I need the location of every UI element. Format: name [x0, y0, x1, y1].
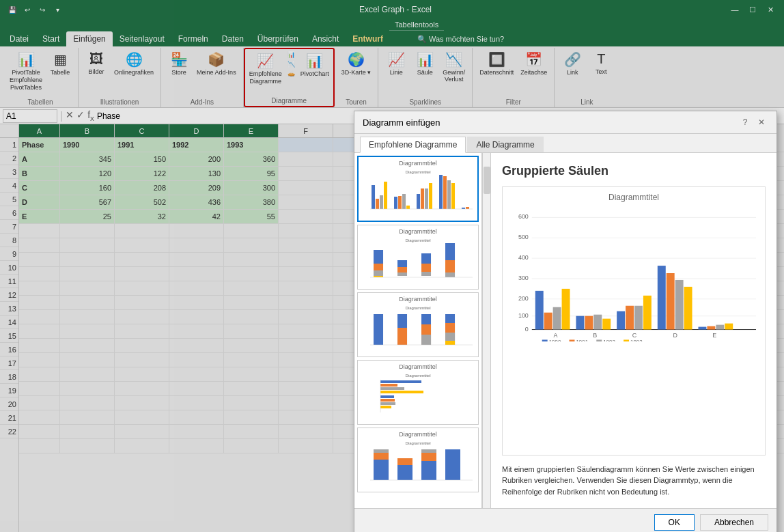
svg-text:100: 100 — [518, 312, 529, 319]
svg-rect-83 — [544, 313, 552, 330]
svg-rect-3 — [380, 195, 383, 209]
svg-rect-95 — [643, 296, 652, 330]
svg-rect-45 — [445, 341, 455, 345]
svg-rect-26 — [397, 267, 407, 272]
svg-rect-62 — [397, 458, 412, 465]
svg-rect-23 — [374, 270, 383, 276]
cancel-button[interactable]: Abbrechen — [700, 514, 768, 531]
svg-rect-88 — [585, 316, 593, 330]
svg-rect-97 — [658, 266, 666, 329]
svg-rect-8 — [406, 206, 410, 209]
svg-rect-12 — [429, 183, 432, 209]
svg-rect-5 — [394, 197, 397, 209]
dialog-controls: ? ✕ — [738, 115, 768, 129]
svg-rect-113 — [624, 339, 629, 341]
svg-text:600: 600 — [518, 213, 529, 220]
svg-text:Diagrammtitel: Diagrammtitel — [406, 238, 431, 242]
svg-rect-55 — [380, 406, 391, 408]
thumbnail-100-stacked[interactable]: Diagrammtitel Diagrammtitel — [357, 292, 479, 357]
svg-text:B: B — [593, 332, 597, 339]
svg-text:1992: 1992 — [603, 339, 615, 341]
thumbnail-horizontal-bars[interactable]: Diagrammtitel Diagrammtitel — [357, 360, 479, 425]
svg-rect-53 — [380, 399, 395, 402]
ok-button[interactable]: OK — [654, 514, 695, 531]
dialog-tabs: Empfohlene Diagramme Alle Diagramme — [354, 134, 776, 153]
thumbnail-stacked-vertical[interactable]: Diagrammtitel Diagrammtitel — [357, 428, 479, 492]
svg-rect-7 — [402, 194, 406, 209]
svg-rect-94 — [634, 306, 643, 330]
thumbnails-panel[interactable]: Diagrammtitel Diagrammtitel — [354, 153, 482, 508]
insert-chart-dialog: Diagramm einfügen ? ✕ Empfohlene Diagram… — [354, 111, 777, 532]
svg-rect-102 — [698, 327, 706, 330]
chart-type-title: Gruppierte Säulen — [502, 164, 766, 178]
svg-rect-107 — [542, 339, 548, 341]
dialog-title: Diagramm einfügen — [363, 117, 440, 128]
svg-rect-48 — [380, 380, 421, 383]
svg-rect-25 — [397, 260, 407, 267]
svg-text:E: E — [712, 332, 716, 339]
svg-rect-54 — [380, 402, 395, 405]
svg-rect-64 — [421, 453, 436, 461]
svg-rect-104 — [716, 325, 724, 330]
scrollbar-thumb[interactable] — [484, 167, 490, 194]
svg-rect-18 — [466, 207, 469, 209]
svg-text:Diagrammtitel: Diagrammtitel — [406, 170, 431, 174]
svg-rect-103 — [707, 326, 715, 330]
thumb-chart-1: Diagrammtitel — [361, 168, 475, 216]
svg-text:A: A — [554, 332, 558, 339]
thumb-chart-4: Diagrammtitel — [361, 372, 475, 419]
svg-rect-90 — [602, 319, 611, 330]
tab-empfohlene-diagramme[interactable]: Empfohlene Diagramme — [360, 137, 466, 153]
thumb-title-1: Diagrammtitel — [361, 160, 475, 167]
thumbnail-grouped-column[interactable]: Diagrammtitel Diagrammtitel — [357, 156, 479, 222]
svg-rect-9 — [417, 194, 420, 209]
svg-rect-29 — [421, 264, 431, 272]
svg-rect-100 — [684, 287, 692, 330]
svg-rect-28 — [421, 253, 431, 264]
svg-rect-66 — [445, 449, 460, 480]
svg-rect-63 — [421, 461, 436, 480]
svg-rect-58 — [374, 460, 389, 480]
tab-alle-diagramme[interactable]: Alle Diagramme — [467, 137, 543, 152]
svg-rect-50 — [380, 387, 404, 390]
chart-description: Mit einem gruppierten Säulendiagramm kön… — [502, 464, 766, 498]
svg-rect-33 — [445, 272, 455, 277]
thumb-chart-2: Diagrammtitel — [361, 236, 475, 284]
svg-text:1991: 1991 — [576, 339, 588, 341]
svg-rect-65 — [421, 449, 436, 453]
svg-rect-93 — [626, 306, 634, 330]
thumbnail-stacked[interactable]: Diagrammtitel Diagrammtitel — [357, 225, 479, 290]
svg-rect-32 — [445, 260, 455, 272]
dialog-footer: OK Abbrechen — [354, 508, 776, 532]
svg-rect-105 — [725, 324, 733, 330]
thumb-chart-5: Diagrammtitel — [361, 439, 475, 487]
dialog-close-button[interactable]: ✕ — [755, 115, 768, 129]
svg-rect-31 — [445, 243, 455, 260]
svg-rect-85 — [562, 289, 570, 330]
svg-rect-16 — [451, 183, 455, 209]
svg-rect-11 — [425, 188, 428, 209]
svg-rect-41 — [421, 335, 431, 345]
svg-rect-59 — [374, 453, 389, 460]
svg-text:1990: 1990 — [549, 339, 561, 341]
svg-rect-61 — [397, 465, 412, 480]
svg-rect-52 — [380, 395, 394, 398]
svg-rect-82 — [535, 291, 544, 330]
svg-rect-2 — [376, 199, 379, 209]
svg-rect-92 — [617, 311, 625, 330]
svg-rect-17 — [462, 208, 465, 209]
svg-rect-14 — [443, 176, 447, 209]
thumb-title-4: Diagrammtitel — [361, 363, 475, 370]
svg-text:0: 0 — [525, 326, 529, 333]
svg-text:Diagrammtitel: Diagrammtitel — [406, 441, 431, 445]
thumbnails-scrollbar[interactable] — [482, 153, 490, 508]
svg-text:200: 200 — [518, 295, 529, 302]
dialog-overlay: Diagramm einfügen ? ✕ Empfohlene Diagram… — [0, 0, 784, 532]
thumb-title-5: Diagrammtitel — [361, 431, 475, 438]
svg-text:D: D — [673, 332, 677, 339]
svg-rect-21 — [374, 250, 383, 264]
dialog-titlebar: Diagramm einfügen ? ✕ — [354, 111, 776, 134]
svg-rect-99 — [675, 280, 684, 330]
svg-rect-15 — [447, 180, 451, 209]
dialog-help-button[interactable]: ? — [738, 115, 752, 129]
